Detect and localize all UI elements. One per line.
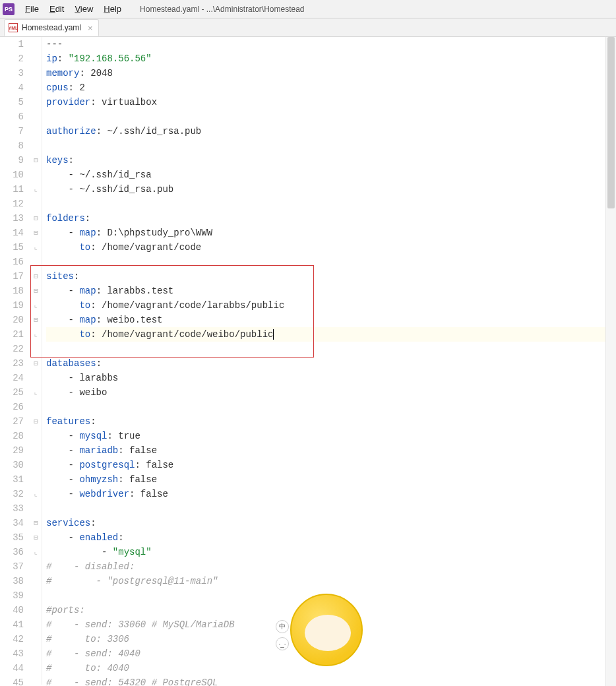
tab-homestead-yaml[interactable]: YML Homestead.yaml × [4, 19, 99, 36]
code-line[interactable] [46, 400, 616, 414]
menu-file[interactable]: File [20, 3, 44, 15]
code-line[interactable]: cpus: 2 [46, 80, 616, 95]
scrollbar-thumb[interactable] [607, 37, 615, 208]
code-line[interactable]: to: /home/vagrant/code/weibo/public [46, 327, 616, 342]
line-number: 17 [0, 269, 24, 284]
fold-marker [30, 51, 42, 66]
code-line[interactable]: # to: 4040 [46, 661, 616, 675]
code-line[interactable]: --- [46, 37, 616, 51]
code-line[interactable]: - "mysql" [46, 545, 616, 559]
yaml-file-icon: YML [9, 23, 18, 32]
fold-marker[interactable]: ⌞ [30, 327, 42, 342]
line-number: 4 [0, 80, 24, 95]
code-line[interactable]: to: /home/vagrant/code/larabbs/public [46, 298, 616, 313]
code-line[interactable]: - ~/.ssh/id_rsa [46, 168, 616, 182]
code-line[interactable]: - ohmyzsh: false [46, 472, 616, 487]
code-line[interactable]: # - "postgresql@11-main" [46, 574, 616, 588]
line-number: 36 [0, 545, 24, 559]
fold-gutter[interactable]: ⊟⌞⊟⊟⌞⊟⊟⌞⊟⌞⊟⌞⊟⌞⊟⊟⌞ [30, 37, 42, 685]
code-editor[interactable]: 1234567891011121314151617181920212223242… [0, 37, 616, 685]
code-line[interactable]: - mysql: true [46, 429, 616, 443]
code-line[interactable]: - enabled: [46, 530, 616, 545]
code-line[interactable]: ip: "192.168.56.56" [46, 51, 616, 66]
fold-marker[interactable]: ⌞ [30, 385, 42, 400]
fold-marker [30, 371, 42, 385]
code-line[interactable]: # - send: 54320 # PostgreSQL [46, 675, 616, 686]
line-number: 23 [0, 356, 24, 371]
code-line[interactable]: #ports: [46, 603, 616, 617]
fold-marker [30, 66, 42, 80]
fold-marker[interactable]: ⊟ [30, 269, 42, 284]
code-line[interactable]: folders: [46, 211, 616, 226]
code-line[interactable]: authorize: ~/.ssh/id_rsa.pub [46, 124, 616, 139]
code-line[interactable]: to: /home/vagrant/code [46, 240, 616, 255]
fold-marker [30, 124, 42, 139]
menu-view[interactable]: View [69, 3, 98, 15]
fold-marker[interactable]: ⌞ [30, 545, 42, 559]
app-icon: PS [3, 3, 15, 15]
code-line[interactable] [46, 109, 616, 124]
line-number: 21 [0, 327, 24, 342]
code-line[interactable]: - ~/.ssh/id_rsa.pub [46, 182, 616, 197]
line-number: 12 [0, 197, 24, 211]
fold-marker[interactable]: ⊟ [30, 356, 42, 371]
code-line[interactable] [46, 197, 616, 211]
code-line[interactable]: # - send: 33060 # MySQL/MariaDB [46, 617, 616, 632]
code-line[interactable]: services: [46, 516, 616, 530]
menubar: PS File Edit View Help Homestead.yaml - … [0, 0, 616, 18]
line-number: 45 [0, 675, 24, 686]
code-line[interactable]: - postgresql: false [46, 458, 616, 472]
code-line[interactable]: # - disabled: [46, 559, 616, 574]
fold-marker [30, 342, 42, 356]
code-line[interactable] [46, 501, 616, 516]
menu-edit[interactable]: Edit [44, 3, 69, 15]
tab-filename: Homestead.yaml [22, 23, 81, 32]
fold-marker[interactable]: ⊟ [30, 153, 42, 168]
menu-help[interactable]: Help [98, 3, 127, 15]
code-area[interactable]: ---ip: "192.168.56.56"memory: 2048cpus: … [42, 37, 616, 685]
code-line[interactable] [46, 255, 616, 269]
line-number: 18 [0, 284, 24, 298]
code-line[interactable] [46, 139, 616, 153]
code-line[interactable] [46, 588, 616, 603]
code-line[interactable]: # - send: 4040 [46, 646, 616, 661]
window-title: Homestead.yaml - ...\Administrator\Homes… [140, 5, 304, 14]
vertical-scrollbar[interactable] [605, 37, 616, 686]
code-line[interactable]: - mariadb: false [46, 443, 616, 458]
fold-marker[interactable]: ⊟ [30, 226, 42, 240]
code-line[interactable]: databases: [46, 356, 616, 371]
code-line[interactable]: - larabbs [46, 371, 616, 385]
code-line[interactable]: - weibo [46, 385, 616, 400]
line-number: 41 [0, 617, 24, 632]
fold-marker[interactable]: ⊟ [30, 211, 42, 226]
fold-marker[interactable]: ⌞ [30, 182, 42, 197]
fold-marker[interactable]: ⊟ [30, 516, 42, 530]
fold-marker[interactable]: ⊟ [30, 284, 42, 298]
line-number: 6 [0, 109, 24, 124]
line-number: 44 [0, 661, 24, 675]
code-line[interactable]: keys: [46, 153, 616, 168]
fold-marker[interactable]: ⊟ [30, 530, 42, 545]
line-number: 39 [0, 588, 24, 603]
code-line[interactable] [46, 342, 616, 356]
fold-marker [30, 95, 42, 109]
fold-marker[interactable]: ⊟ [30, 313, 42, 327]
line-number: 8 [0, 139, 24, 153]
tab-bar: YML Homestead.yaml × [0, 18, 616, 37]
fold-marker[interactable]: ⌞ [30, 487, 42, 501]
fold-marker[interactable]: ⌞ [30, 298, 42, 313]
code-line[interactable]: - map: larabbs.test [46, 284, 616, 298]
code-line[interactable]: provider: virtualbox [46, 95, 616, 109]
code-line[interactable]: # to: 3306 [46, 632, 616, 646]
code-line[interactable]: - map: D:\phpstudy_pro\WWW [46, 226, 616, 240]
code-line[interactable]: - webdriver: false [46, 487, 616, 501]
code-line[interactable]: sites: [46, 269, 616, 284]
code-line[interactable]: - map: weibo.test [46, 313, 616, 327]
code-line[interactable]: features: [46, 414, 616, 429]
fold-marker [30, 400, 42, 414]
fold-marker [30, 617, 42, 632]
fold-marker[interactable]: ⌞ [30, 240, 42, 255]
code-line[interactable]: memory: 2048 [46, 66, 616, 80]
close-icon[interactable]: × [88, 23, 93, 33]
fold-marker[interactable]: ⊟ [30, 414, 42, 429]
